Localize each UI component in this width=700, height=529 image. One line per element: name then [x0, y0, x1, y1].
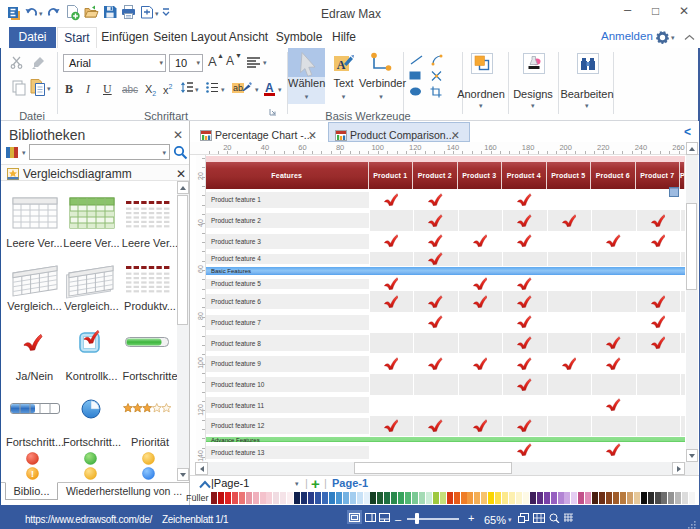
svg-text:A: A [337, 58, 346, 72]
svg-text:!: ! [31, 469, 34, 479]
